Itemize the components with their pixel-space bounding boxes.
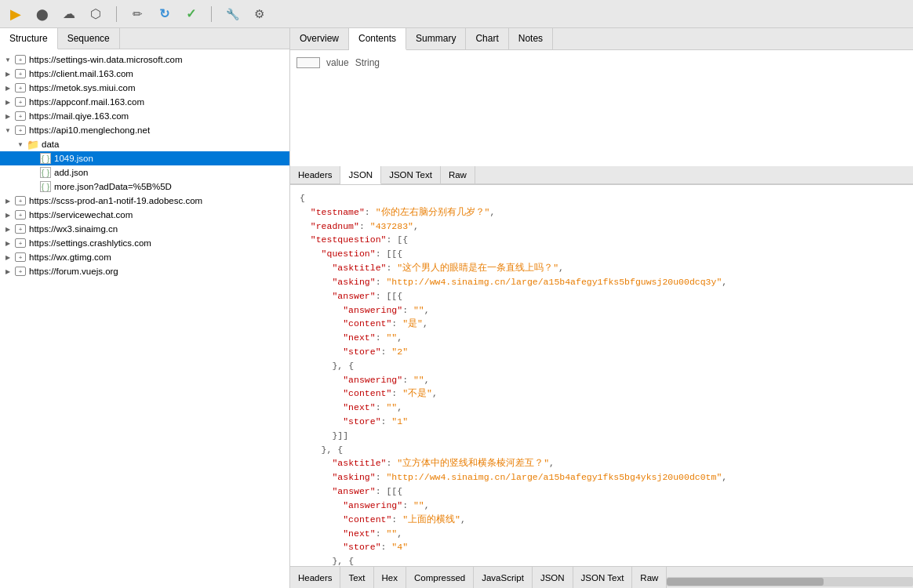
tree-expander-icon[interactable]: ▼ (16, 140, 25, 149)
left-panel: Structure Sequence ▼+https://settings-wi… (0, 28, 290, 588)
json-line: "answer": [[{ (300, 289, 904, 303)
tree-item[interactable]: ▶+https://scss-prod-an1-notif-19.adobesc… (0, 194, 289, 208)
tab-hex-bot[interactable]: Hex (374, 567, 406, 588)
tree-item[interactable]: { }more.json?adData=%5B%5D (0, 180, 289, 194)
tree-expander-icon[interactable]: ▶ (3, 252, 13, 262)
tree-expander-icon[interactable]: ▶ (3, 210, 13, 220)
json-line: "store": "4" (300, 540, 904, 554)
tree-item-label: https://api10.menglechong.net (29, 125, 150, 135)
tree-item[interactable]: ▶+https://wx.gtimg.com (0, 250, 289, 264)
url-icon: + (14, 125, 27, 136)
tab-notes[interactable]: Notes (509, 28, 553, 49)
tab-headers-bot[interactable]: Headers (290, 567, 340, 588)
tree-expander-icon[interactable] (28, 154, 38, 163)
tree-container[interactable]: ▼+https://settings-win.data.microsoft.co… (0, 49, 289, 588)
toolbar-separator-2 (211, 6, 212, 22)
json-view[interactable]: { "testname": "你的左右脑分别有几岁？", "readnum": … (290, 185, 913, 566)
tree-item[interactable]: ▶+https://servicewechat.com (0, 208, 289, 222)
json-line: }, { (300, 554, 904, 566)
json-line: { (300, 191, 904, 205)
tree-item-label: add.json (54, 168, 88, 177)
tree-expander-icon[interactable]: ▶ (3, 69, 13, 78)
tab-json-text-bot[interactable]: JSON Text (573, 567, 633, 588)
prop-row: value String (296, 56, 907, 69)
json-line: "content": "不是", (300, 387, 904, 401)
wrench-icon[interactable]: 🔧 (223, 5, 242, 24)
json-line: "next": "", (300, 331, 904, 345)
tree-item[interactable]: ▼📁data (0, 137, 289, 151)
tab-compressed-bot[interactable]: Compressed (406, 567, 474, 588)
arrow-icon[interactable]: ▶ (6, 5, 25, 24)
toolbar: ▶ ⬤ ☁ ⬡ ✏ ↻ ✓ 🔧 ⚙ (0, 0, 913, 28)
tree-item[interactable]: { }1049.json (0, 151, 289, 165)
tab-text-bot[interactable]: Text (340, 567, 373, 588)
refresh-icon[interactable]: ↻ (155, 5, 173, 24)
tree-expander-icon[interactable]: ▶ (3, 97, 13, 107)
scrollbar-thumb[interactable] (667, 578, 824, 586)
tree-expander-icon[interactable]: ▶ (3, 267, 13, 276)
json-line: "asktitle": "立方体中的竖线和横条棱河差互？", (300, 456, 904, 470)
json-line: "answering": "", (300, 373, 904, 387)
tree-item[interactable]: ▶+https://client.mail.163.com (0, 67, 289, 81)
tab-structure[interactable]: Structure (0, 28, 58, 49)
tree-item[interactable]: ▶+https://settings.crashlytics.com (0, 236, 289, 250)
tree-item[interactable]: ▶+https://forum.vuejs.org (0, 264, 289, 278)
tab-raw-bot[interactable]: Raw (632, 567, 667, 588)
tab-overview[interactable]: Overview (290, 28, 349, 49)
tab-headers-mid[interactable]: Headers (290, 166, 340, 183)
gear-icon[interactable]: ⚙ (249, 5, 268, 24)
tab-raw-mid[interactable]: Raw (441, 166, 475, 183)
tree-expander-icon[interactable]: ▶ (3, 111, 13, 121)
tree-item-label: more.json?adData=%5B%5D (54, 182, 172, 191)
tree-item[interactable]: ▼+https://api10.menglechong.net (0, 123, 289, 137)
url-icon: + (14, 111, 27, 122)
tree-item-label: 1049.json (54, 154, 93, 163)
tree-expander-icon[interactable] (28, 168, 38, 177)
tree-expander-icon[interactable]: ▶ (3, 224, 13, 234)
tree-item-label: data (42, 140, 59, 149)
tree-expander-icon[interactable]: ▼ (3, 55, 13, 64)
horizontal-scrollbar[interactable] (667, 567, 913, 588)
tree-item-label: https://servicewechat.com (29, 210, 133, 220)
tree-item-label: https://metok.sys.miui.com (29, 83, 135, 93)
tree-expander-icon[interactable]: ▶ (3, 196, 13, 205)
json-line: "store": "1" (300, 415, 904, 429)
tree-expander-icon[interactable]: ▼ (3, 125, 13, 135)
url-icon: + (14, 82, 27, 93)
tab-json-text-mid[interactable]: JSON Text (381, 166, 441, 183)
cloud-icon[interactable]: ☁ (60, 5, 78, 24)
tab-json-bot[interactable]: JSON (533, 567, 573, 588)
tab-javascript-bot[interactable]: JavaScript (474, 567, 533, 588)
right-top: Overview Contents Summary Chart Notes va… (290, 28, 913, 185)
circle-icon[interactable]: ⬤ (33, 5, 52, 24)
json-line: "asking": "http://ww4.sinaimg.cn/large/a… (300, 275, 904, 289)
prop-indicator (296, 57, 320, 68)
tree-item[interactable]: ▶+https://wx3.sinaimg.cn (0, 222, 289, 236)
tree-item[interactable]: ▶+https://metok.sys.miui.com (0, 81, 289, 95)
tree-item[interactable]: ▼+https://settings-win.data.microsoft.co… (0, 53, 289, 67)
tab-json-mid[interactable]: JSON (340, 166, 381, 184)
tree-expander-icon[interactable]: ▶ (3, 83, 13, 93)
url-icon: + (14, 195, 27, 206)
tree-item-label: https://settings-win.data.microsoft.com (29, 55, 183, 64)
tab-chart[interactable]: Chart (466, 28, 508, 49)
tree-item[interactable]: { }add.json (0, 165, 289, 180)
json-line: "testquestion": [{ (300, 233, 904, 247)
tree-item[interactable]: ▶+https://appconf.mail.163.com (0, 95, 289, 109)
pen-icon[interactable]: ✏ (128, 5, 147, 24)
tab-contents[interactable]: Contents (349, 28, 406, 50)
tab-summary[interactable]: Summary (406, 28, 466, 49)
check-icon[interactable]: ✓ (181, 5, 200, 24)
scrollbar-track (667, 577, 913, 586)
tab-sequence[interactable]: Sequence (58, 28, 120, 49)
folder-icon: 📁 (27, 139, 39, 150)
tree-item-label: https://mail.qiye.163.com (29, 111, 129, 121)
json-line: "asktitle": "这个男人的眼睛是在一条直线上吗？", (300, 261, 904, 275)
tree-item[interactable]: ▶+https://mail.qiye.163.com (0, 109, 289, 123)
file-icon: { } (39, 181, 52, 192)
tree-expander-icon[interactable] (28, 182, 38, 191)
hexagon-icon[interactable]: ⬡ (86, 5, 105, 24)
url-icon: + (14, 223, 27, 234)
json-line: "answering": "", (300, 303, 904, 318)
tree-expander-icon[interactable]: ▶ (3, 238, 13, 248)
